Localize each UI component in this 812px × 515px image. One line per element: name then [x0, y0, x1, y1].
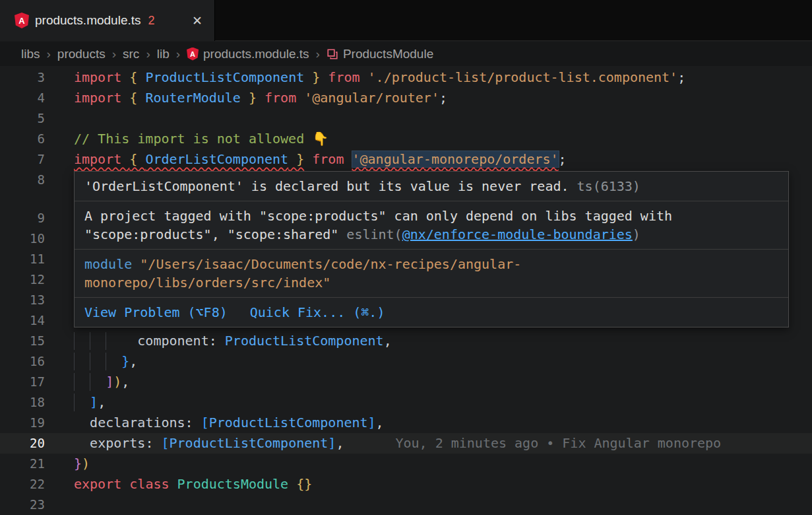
breadcrumb-item-symbol[interactable]: ProductsModule: [327, 47, 433, 61]
chevron-right-icon: ›: [112, 47, 116, 61]
quick-fix-action[interactable]: Quick Fix... (⌘.): [250, 303, 385, 322]
hover-text: ts(6133): [569, 178, 640, 194]
code-line[interactable]: import { ProductListComponent } from './…: [74, 67, 812, 88]
breadcrumb-item-lib[interactable]: lib: [157, 47, 170, 61]
hover-text: eslint(: [346, 226, 402, 242]
tab-bar: A products.module.ts 2 ✕: [0, 0, 812, 41]
hover-text: A project tagged with "scope:products" c…: [84, 208, 672, 224]
hover-rows: 'OrderListComponent' is declared but its…: [75, 172, 788, 298]
breadcrumb-item-src[interactable]: src: [123, 47, 139, 61]
code-line[interactable]: },: [74, 351, 812, 372]
tab-title: products.module.ts: [35, 13, 141, 28]
code-line[interactable]: ],: [74, 392, 812, 413]
indent-guide: [90, 373, 90, 391]
code-line[interactable]: }): [74, 454, 812, 474]
breadcrumb-label: products: [57, 47, 106, 61]
hover-text: monorepo/libs/orders/src/index": [84, 275, 330, 291]
chevron-right-icon: ›: [47, 47, 51, 61]
breadcrumb-label: lib: [157, 47, 170, 61]
breadcrumb-label: ProductsModule: [343, 47, 433, 61]
eslint-rule-link[interactable]: @nx/enforce-module-boundaries: [402, 226, 633, 242]
error-hover-widget: 'OrderListComponent' is declared but its…: [74, 171, 789, 327]
indent-guide: [90, 332, 90, 350]
class-symbol-icon: [327, 48, 338, 60]
code-line[interactable]: import { RouterModule } from '@angular/r…: [74, 88, 812, 108]
indent-guide: [74, 353, 75, 370]
code-line[interactable]: component: ProductListComponent,: [74, 331, 812, 351]
git-blame-annotation: You, 2 minutes ago • Fix Angular monorep…: [395, 435, 721, 451]
breadcrumb-item-file[interactable]: A products.module.ts: [187, 47, 309, 61]
breadcrumb-item-libs[interactable]: libs: [21, 47, 40, 61]
breadcrumb: libs › products › src › lib › A products…: [0, 42, 812, 66]
chevron-right-icon: ›: [176, 47, 180, 61]
breadcrumb-label: libs: [21, 47, 40, 61]
hover-message-row: 'OrderListComponent' is declared but its…: [75, 172, 788, 201]
code-line[interactable]: exports: [ProductListComponent],You, 2 m…: [74, 433, 812, 454]
editor[interactable]: 34567891011121314151617181920212223 impo…: [0, 66, 812, 515]
close-icon[interactable]: ✕: [192, 13, 203, 28]
breadcrumb-item-products[interactable]: products: [57, 47, 106, 61]
indent-guide: [106, 353, 106, 370]
hover-text: module: [84, 256, 140, 272]
indent-guide: [74, 394, 75, 411]
angular-icon: A: [15, 13, 29, 28]
indent-guide: [106, 332, 106, 350]
hover-text: "/Users/isaac/Documents/code/nx-recipes/…: [140, 256, 521, 272]
code-line[interactable]: declarations: [ProductListComponent],: [74, 413, 812, 433]
chevron-right-icon: ›: [146, 47, 150, 61]
indent-guide: [74, 332, 75, 350]
code-line[interactable]: // This import is not allowed 👇: [74, 129, 812, 149]
hover-text: "scope:products", "scope:shared": [84, 226, 346, 242]
tab-problem-count-badge: 2: [148, 14, 155, 28]
hover-text: ): [633, 226, 640, 242]
breadcrumb-label: products.module.ts: [203, 47, 309, 61]
tab-products-module[interactable]: A products.module.ts 2 ✕: [0, 0, 215, 41]
angular-icon: A: [187, 48, 199, 61]
view-problem-action[interactable]: View Problem (⌥F8): [84, 303, 228, 322]
hover-actions: View Problem (⌥F8)Quick Fix... (⌘.): [75, 298, 788, 327]
code-line[interactable]: ]),: [74, 372, 812, 392]
chevron-right-icon: ›: [316, 47, 320, 61]
hover-text: 'OrderListComponent' is declared but its…: [84, 178, 569, 194]
breadcrumb-label: src: [123, 47, 139, 61]
indent-guide: [74, 373, 75, 391]
hover-message-row: A project tagged with "scope:products" c…: [75, 201, 788, 250]
hover-message-row: module "/Users/isaac/Documents/code/nx-r…: [75, 250, 788, 298]
indent-guide: [90, 353, 90, 370]
code-line[interactable]: import { OrderListComponent } from '@ang…: [74, 149, 812, 170]
code-line[interactable]: export class ProductsModule {}: [74, 474, 812, 495]
